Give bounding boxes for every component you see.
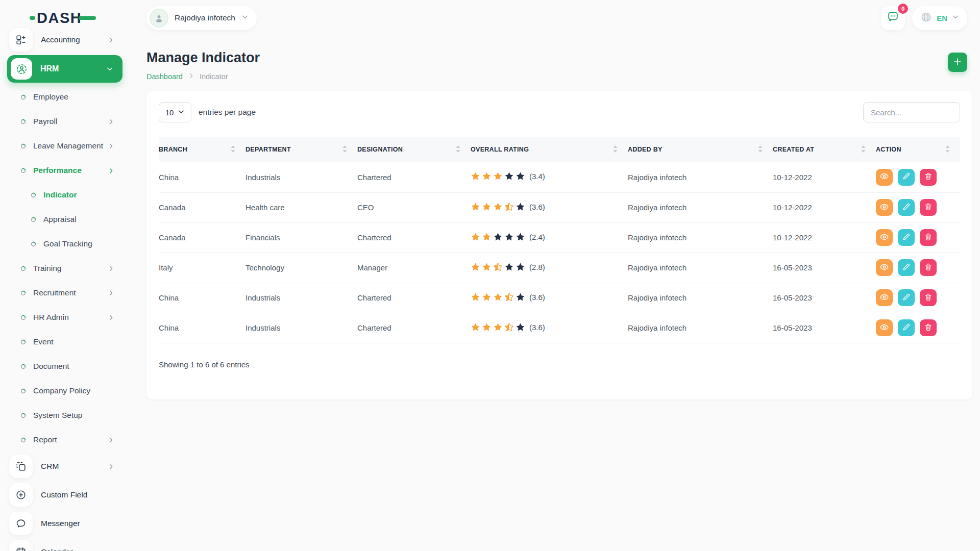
breadcrumb-dashboard-link[interactable]: Dashboard xyxy=(146,72,183,81)
language-label: EN xyxy=(937,14,947,22)
sidebar-item-training[interactable]: Training xyxy=(0,256,128,281)
sidebar-item-event[interactable]: Event xyxy=(0,330,128,354)
pencil-icon xyxy=(902,293,911,303)
entries-per-page-value: 10 xyxy=(165,108,174,117)
edit-button[interactable] xyxy=(898,259,915,276)
sidebar-item-employee[interactable]: Employee xyxy=(0,85,128,109)
column-header-branch[interactable]: BRANCH xyxy=(159,137,246,162)
delete-button[interactable] xyxy=(920,319,937,336)
chevron-right-icon xyxy=(188,72,194,81)
created-at-cell: 10-12-2022 xyxy=(773,162,876,192)
action-cell xyxy=(876,192,960,222)
bullet-icon xyxy=(20,364,26,369)
sidebar-item-payroll[interactable]: Payroll xyxy=(0,109,128,134)
table-header-row: BRANCH DEPARTMENT DESIGNATION OVERALL RA… xyxy=(159,137,960,162)
messages-badge: 0 xyxy=(898,4,908,14)
pencil-icon xyxy=(902,323,911,333)
rating-cell: (2.4) xyxy=(471,222,628,253)
sidebar-item-company-policy[interactable]: Company Policy xyxy=(0,379,128,403)
rating-cell: (3.6) xyxy=(471,283,628,313)
view-button[interactable] xyxy=(876,199,893,216)
view-button[interactable] xyxy=(876,259,893,276)
department-cell: Industrials xyxy=(246,283,357,313)
eye-icon xyxy=(879,292,889,304)
bullet-icon xyxy=(20,413,26,418)
delete-button[interactable] xyxy=(920,289,937,306)
branch-cell: Canada xyxy=(159,222,246,253)
delete-button[interactable] xyxy=(920,169,937,186)
page-title: Manage Indicator xyxy=(146,50,260,66)
edit-button[interactable] xyxy=(898,229,915,246)
delete-button[interactable] xyxy=(920,259,937,276)
department-cell: Technology xyxy=(246,253,357,283)
column-header-added-by[interactable]: ADDED BY xyxy=(628,137,773,162)
chevron-down-icon xyxy=(178,108,185,117)
trash-icon xyxy=(924,203,933,213)
sidebar-item-hrm[interactable]: HRM xyxy=(7,55,122,83)
add-indicator-button[interactable] xyxy=(948,53,967,72)
sidebar-item-system-setup[interactable]: System Setup xyxy=(0,403,128,428)
language-selector[interactable]: EN xyxy=(912,6,967,30)
rating-cell: (2.8) xyxy=(471,253,628,283)
eye-icon xyxy=(879,262,889,273)
table-row: Canada Health care CEO (3.6) Rajodiya in… xyxy=(159,192,960,222)
action-cell xyxy=(876,313,960,343)
sidebar-item-accounting[interactable]: Accounting xyxy=(0,26,128,54)
pencil-icon xyxy=(902,172,911,182)
column-header-action[interactable]: ACTION xyxy=(876,137,960,162)
pencil-icon xyxy=(902,233,911,243)
sidebar-item-leave-management[interactable]: Leave Management xyxy=(0,134,128,158)
view-button[interactable] xyxy=(876,229,893,246)
sidebar-item-recruitment[interactable]: Recruitment xyxy=(0,281,128,305)
column-header-created-at[interactable]: CREATED AT xyxy=(773,137,876,162)
sidebar-item-custom-field[interactable]: Custom Field xyxy=(0,481,128,509)
view-button[interactable] xyxy=(876,319,893,336)
edit-button[interactable] xyxy=(898,169,915,186)
sidebar-item-document[interactable]: Document xyxy=(0,354,128,379)
sidebar-item-performance[interactable]: Performance xyxy=(0,158,128,183)
table-row: China Industrials Chartered (3.6) Rajodi… xyxy=(159,283,960,313)
globe-icon xyxy=(920,11,932,25)
sidebar-item-hr-admin[interactable]: HR Admin xyxy=(0,305,128,330)
chat-icon xyxy=(887,11,899,26)
search-input[interactable] xyxy=(863,102,960,122)
delete-button[interactable] xyxy=(920,229,937,246)
sidebar-item-appraisal[interactable]: Appraisal xyxy=(0,207,128,232)
department-cell: Industrials xyxy=(246,162,357,192)
sort-icon xyxy=(456,145,460,154)
view-button[interactable] xyxy=(876,169,893,186)
column-header-overall-rating[interactable]: OVERALL RATING xyxy=(471,137,628,162)
rating-cell: (3.6) xyxy=(471,192,628,222)
edit-button[interactable] xyxy=(898,199,915,216)
bullet-icon xyxy=(20,168,26,173)
eye-icon xyxy=(879,171,889,183)
added-by-cell: Rajodiya infotech xyxy=(628,222,773,253)
sidebar-item-calendar[interactable]: Calendar xyxy=(0,538,128,551)
action-cell xyxy=(876,283,960,313)
sidebar-item-messenger[interactable]: Messenger xyxy=(0,509,128,538)
company-switcher[interactable]: Rajodiya infotech xyxy=(146,6,257,30)
messages-button[interactable]: 0 xyxy=(881,6,905,30)
view-button[interactable] xyxy=(876,289,893,306)
column-header-designation[interactable]: DESIGNATION xyxy=(357,137,471,162)
bullet-icon xyxy=(20,388,26,394)
table-row: China Industrials Chartered (3.6) Rajodi… xyxy=(159,313,960,343)
trash-icon xyxy=(924,172,933,182)
department-cell: Industrials xyxy=(246,313,357,343)
edit-button[interactable] xyxy=(898,319,915,336)
sidebar-item-crm[interactable]: CRM xyxy=(0,452,128,481)
sort-icon xyxy=(945,145,950,154)
column-header-department[interactable]: DEPARTMENT xyxy=(246,137,357,162)
sidebar: DASH Accounting HRM Employee Payroll Lea… xyxy=(0,0,128,551)
created-at-cell: 16-05-2023 xyxy=(773,253,876,283)
chevron-down-icon xyxy=(241,13,249,22)
added-by-cell: Rajodiya infotech xyxy=(628,253,773,283)
edit-button[interactable] xyxy=(898,289,915,306)
entries-per-page-select[interactable]: 10 xyxy=(159,102,191,122)
sidebar-item-goal-tracking[interactable]: Goal Tracking xyxy=(0,232,128,256)
sidebar-item-report[interactable]: Report xyxy=(0,428,128,452)
accounting-icon xyxy=(9,28,33,52)
topbar: Rajodiya infotech 0 EN xyxy=(0,0,980,36)
sidebar-item-indicator[interactable]: Indicator xyxy=(0,183,128,207)
delete-button[interactable] xyxy=(920,199,937,216)
